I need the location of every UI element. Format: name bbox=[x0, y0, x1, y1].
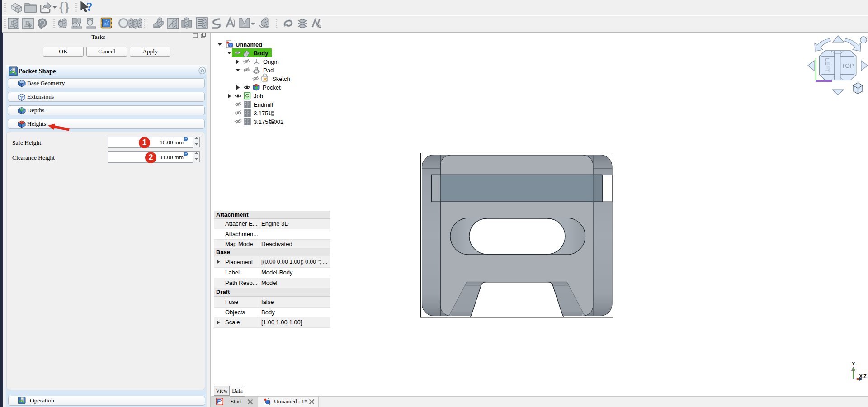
svg-text:TOP: TOP bbox=[841, 62, 854, 69]
svg-text:Y: Y bbox=[852, 361, 855, 366]
svg-text:{}: {} bbox=[59, 0, 70, 14]
svg-text:Z: Z bbox=[863, 374, 867, 379]
svg-text:LEFT: LEFT bbox=[824, 58, 830, 73]
svg-text:X: X bbox=[859, 374, 863, 379]
